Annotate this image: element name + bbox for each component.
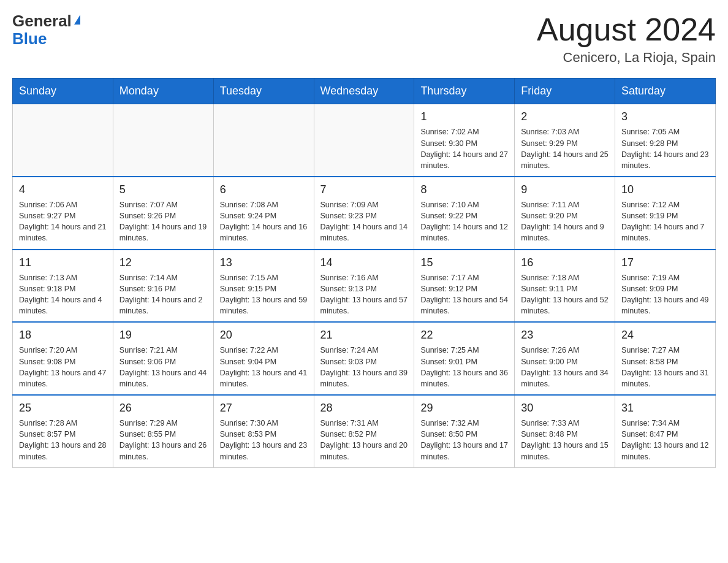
day-number: 30 xyxy=(521,400,609,416)
day-info: Sunrise: 7:05 AMSunset: 9:28 PMDaylight:… xyxy=(621,126,709,171)
day-number: 27 xyxy=(220,400,308,416)
calendar-cell xyxy=(213,104,314,177)
day-number: 21 xyxy=(320,327,408,343)
calendar-cell: 19Sunrise: 7:21 AMSunset: 9:06 PMDayligh… xyxy=(113,322,213,395)
header-right: August 2024 Cenicero, La Rioja, Spain xyxy=(537,12,716,66)
day-info: Sunrise: 7:34 AMSunset: 8:47 PMDaylight:… xyxy=(621,418,709,462)
calendar-cell: 6Sunrise: 7:08 AMSunset: 9:24 PMDaylight… xyxy=(213,177,314,250)
day-info: Sunrise: 7:18 AMSunset: 9:11 PMDaylight:… xyxy=(521,272,609,317)
calendar-cell: 10Sunrise: 7:12 AMSunset: 9:19 PMDayligh… xyxy=(615,177,716,250)
calendar-cell: 26Sunrise: 7:29 AMSunset: 8:55 PMDayligh… xyxy=(113,395,213,467)
calendar-header-row: SundayMondayTuesdayWednesdayThursdayFrid… xyxy=(13,79,716,104)
day-info: Sunrise: 7:09 AMSunset: 9:23 PMDaylight:… xyxy=(320,199,408,244)
calendar-cell: 16Sunrise: 7:18 AMSunset: 9:11 PMDayligh… xyxy=(515,250,615,323)
day-info: Sunrise: 7:28 AMSunset: 8:57 PMDaylight:… xyxy=(19,418,107,462)
calendar-cell: 23Sunrise: 7:26 AMSunset: 9:00 PMDayligh… xyxy=(515,322,615,395)
day-number: 9 xyxy=(521,182,609,197)
day-number: 23 xyxy=(521,327,609,343)
calendar-cell: 18Sunrise: 7:20 AMSunset: 9:08 PMDayligh… xyxy=(13,322,113,395)
day-number: 14 xyxy=(320,255,408,270)
calendar-week-row: 1Sunrise: 7:02 AMSunset: 9:30 PMDaylight… xyxy=(13,104,716,177)
day-info: Sunrise: 7:15 AMSunset: 9:15 PMDaylight:… xyxy=(220,272,308,317)
day-info: Sunrise: 7:31 AMSunset: 8:52 PMDaylight:… xyxy=(320,418,408,462)
calendar-cell: 30Sunrise: 7:33 AMSunset: 8:48 PMDayligh… xyxy=(515,395,615,467)
calendar-cell: 11Sunrise: 7:13 AMSunset: 9:18 PMDayligh… xyxy=(13,250,113,323)
day-info: Sunrise: 7:12 AMSunset: 9:19 PMDaylight:… xyxy=(621,199,709,244)
calendar-week-row: 25Sunrise: 7:28 AMSunset: 8:57 PMDayligh… xyxy=(13,395,716,467)
day-number: 17 xyxy=(621,255,709,270)
calendar-cell: 29Sunrise: 7:32 AMSunset: 8:50 PMDayligh… xyxy=(414,395,515,467)
day-number: 13 xyxy=(220,255,308,270)
day-info: Sunrise: 7:13 AMSunset: 9:18 PMDaylight:… xyxy=(19,272,107,317)
day-info: Sunrise: 7:16 AMSunset: 9:13 PMDaylight:… xyxy=(320,272,408,317)
calendar-cell: 20Sunrise: 7:22 AMSunset: 9:04 PMDayligh… xyxy=(213,322,314,395)
calendar-cell xyxy=(113,104,213,177)
day-number: 10 xyxy=(621,182,709,197)
location: Cenicero, La Rioja, Spain xyxy=(537,50,716,66)
calendar-cell: 31Sunrise: 7:34 AMSunset: 8:47 PMDayligh… xyxy=(615,395,716,467)
day-info: Sunrise: 7:19 AMSunset: 9:09 PMDaylight:… xyxy=(621,272,709,317)
day-info: Sunrise: 7:26 AMSunset: 9:00 PMDaylight:… xyxy=(521,345,609,389)
calendar-cell: 2Sunrise: 7:03 AMSunset: 9:29 PMDaylight… xyxy=(515,104,615,177)
calendar-cell: 7Sunrise: 7:09 AMSunset: 9:23 PMDaylight… xyxy=(314,177,414,250)
logo: General Blue xyxy=(12,12,80,47)
day-number: 20 xyxy=(220,327,308,343)
calendar-cell: 27Sunrise: 7:30 AMSunset: 8:53 PMDayligh… xyxy=(213,395,314,467)
day-info: Sunrise: 7:10 AMSunset: 9:22 PMDaylight:… xyxy=(420,199,508,244)
calendar-cell: 1Sunrise: 7:02 AMSunset: 9:30 PMDaylight… xyxy=(414,104,515,177)
day-info: Sunrise: 7:33 AMSunset: 8:48 PMDaylight:… xyxy=(521,418,609,462)
day-info: Sunrise: 7:14 AMSunset: 9:16 PMDaylight:… xyxy=(119,272,207,317)
day-info: Sunrise: 7:07 AMSunset: 9:26 PMDaylight:… xyxy=(119,199,207,244)
day-number: 19 xyxy=(119,327,207,343)
column-header-sunday: Sunday xyxy=(13,79,113,104)
day-info: Sunrise: 7:11 AMSunset: 9:20 PMDaylight:… xyxy=(521,199,609,244)
calendar-cell: 22Sunrise: 7:25 AMSunset: 9:01 PMDayligh… xyxy=(414,322,515,395)
calendar-cell xyxy=(314,104,414,177)
column-header-saturday: Saturday xyxy=(615,79,716,104)
day-number: 28 xyxy=(320,400,408,416)
column-header-tuesday: Tuesday xyxy=(213,79,314,104)
day-info: Sunrise: 7:27 AMSunset: 8:58 PMDaylight:… xyxy=(621,345,709,389)
day-info: Sunrise: 7:22 AMSunset: 9:04 PMDaylight:… xyxy=(220,345,308,389)
calendar-cell: 25Sunrise: 7:28 AMSunset: 8:57 PMDayligh… xyxy=(13,395,113,467)
day-number: 31 xyxy=(621,400,709,416)
day-info: Sunrise: 7:32 AMSunset: 8:50 PMDaylight:… xyxy=(420,418,508,462)
column-header-friday: Friday xyxy=(515,79,615,104)
calendar-cell: 17Sunrise: 7:19 AMSunset: 9:09 PMDayligh… xyxy=(615,250,716,323)
logo-triangle-icon xyxy=(74,15,80,25)
calendar-cell: 24Sunrise: 7:27 AMSunset: 8:58 PMDayligh… xyxy=(615,322,716,395)
calendar-cell xyxy=(13,104,113,177)
day-number: 3 xyxy=(621,109,709,124)
page-header: General Blue August 2024 Cenicero, La Ri… xyxy=(12,12,716,66)
day-info: Sunrise: 7:17 AMSunset: 9:12 PMDaylight:… xyxy=(420,272,508,317)
month-title: August 2024 xyxy=(537,12,716,47)
calendar-cell: 5Sunrise: 7:07 AMSunset: 9:26 PMDaylight… xyxy=(113,177,213,250)
day-number: 8 xyxy=(420,182,508,197)
calendar-cell: 13Sunrise: 7:15 AMSunset: 9:15 PMDayligh… xyxy=(213,250,314,323)
calendar-cell: 14Sunrise: 7:16 AMSunset: 9:13 PMDayligh… xyxy=(314,250,414,323)
day-number: 5 xyxy=(119,182,207,197)
day-info: Sunrise: 7:29 AMSunset: 8:55 PMDaylight:… xyxy=(119,418,207,462)
day-number: 2 xyxy=(521,109,609,124)
day-number: 18 xyxy=(19,327,107,343)
column-header-thursday: Thursday xyxy=(414,79,515,104)
day-number: 29 xyxy=(420,400,508,416)
calendar-cell: 9Sunrise: 7:11 AMSunset: 9:20 PMDaylight… xyxy=(515,177,615,250)
day-info: Sunrise: 7:25 AMSunset: 9:01 PMDaylight:… xyxy=(420,345,508,389)
day-info: Sunrise: 7:03 AMSunset: 9:29 PMDaylight:… xyxy=(521,126,609,171)
calendar-cell: 8Sunrise: 7:10 AMSunset: 9:22 PMDaylight… xyxy=(414,177,515,250)
day-info: Sunrise: 7:08 AMSunset: 9:24 PMDaylight:… xyxy=(220,199,308,244)
logo-blue-text: Blue xyxy=(12,30,47,48)
calendar-cell: 21Sunrise: 7:24 AMSunset: 9:03 PMDayligh… xyxy=(314,322,414,395)
calendar-cell: 3Sunrise: 7:05 AMSunset: 9:28 PMDaylight… xyxy=(615,104,716,177)
logo-general-text: General xyxy=(12,12,72,30)
day-number: 6 xyxy=(220,182,308,197)
day-number: 4 xyxy=(19,182,107,197)
day-info: Sunrise: 7:06 AMSunset: 9:27 PMDaylight:… xyxy=(19,199,107,244)
day-number: 11 xyxy=(19,255,107,270)
day-number: 25 xyxy=(19,400,107,416)
day-info: Sunrise: 7:30 AMSunset: 8:53 PMDaylight:… xyxy=(220,418,308,462)
day-number: 26 xyxy=(119,400,207,416)
calendar-week-row: 18Sunrise: 7:20 AMSunset: 9:08 PMDayligh… xyxy=(13,322,716,395)
calendar-week-row: 4Sunrise: 7:06 AMSunset: 9:27 PMDaylight… xyxy=(13,177,716,250)
